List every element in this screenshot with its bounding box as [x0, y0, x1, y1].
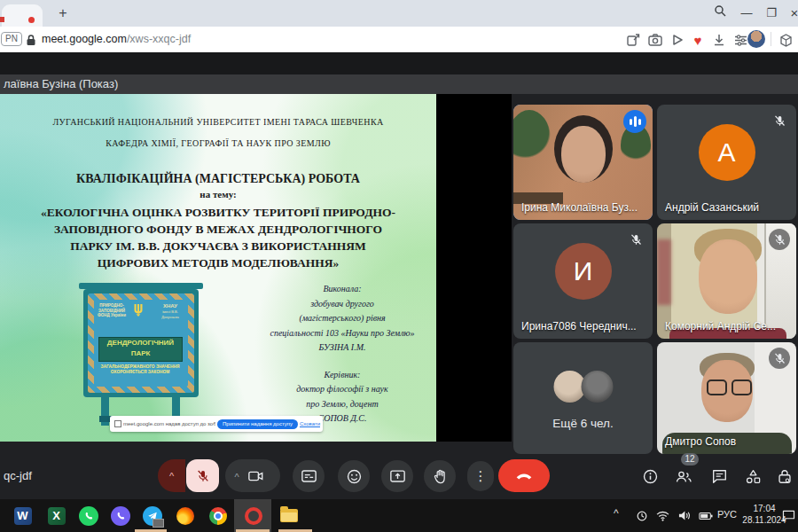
- participant-tile-video[interactable]: Дмитро Сопов: [657, 342, 796, 454]
- minimize-button[interactable]: —: [736, 4, 757, 23]
- camera-toggle-button[interactable]: [248, 470, 263, 482]
- taskbar-excel-icon[interactable]: X: [46, 505, 66, 526]
- credit-line: доктор філософії з наук: [252, 382, 433, 397]
- plant-decor: [513, 110, 551, 167]
- participant-tile-avatar[interactable]: И Ирина7086 Череднич...: [513, 223, 653, 339]
- reactions-button[interactable]: [338, 460, 370, 492]
- screen: + — ❐ × PN meet.google.com/xws-xxqc-jdf …: [0, 0, 798, 532]
- taskbar-opera-icon[interactable]: [243, 505, 263, 526]
- maximize-button[interactable]: ❐: [761, 4, 782, 23]
- screen-share-notice: meet.google.com надав доступ до зображен…: [110, 416, 323, 432]
- profile-avatar[interactable]: [747, 30, 765, 48]
- close-button[interactable]: ×: [784, 4, 798, 23]
- tab-search-icon[interactable]: [709, 4, 731, 23]
- mic-off-icon: [769, 348, 790, 369]
- slide-credits: Виконала: здобувач другого (магістерсько…: [252, 282, 433, 426]
- avatar-initial: А: [699, 124, 755, 181]
- captions-icon: [301, 470, 317, 482]
- notice-text: meet.google.com надав доступ до зображен…: [123, 421, 215, 426]
- glasses-decor: [707, 379, 752, 395]
- url-path: /xws-xxqc-jdf: [127, 33, 191, 45]
- slide-topic: «ЕКОЛОГІЧНА ОЦІНКА РОЗВИТКУ ТЕРИТОРІЇ ПР…: [0, 204, 436, 271]
- slide-work-type: КВАЛІФІКАЦІЙНА (МАГІСТЕРСЬКА) РОБОТА: [0, 172, 436, 186]
- end-call-button[interactable]: [498, 459, 550, 492]
- browser-tab[interactable]: [2, 4, 43, 27]
- participant-count-badge: 12: [681, 453, 699, 466]
- video-camera-icon: [248, 470, 263, 482]
- presenting-banner: лаївна Бузіна (Показ): [0, 74, 798, 94]
- park-sign: ПРИРОДНО-ЗАПОВІДНИЙ ФОНД України ХНАУіме…: [83, 289, 199, 397]
- vpn-badge[interactable]: PN: [1, 32, 22, 46]
- share-page-icon[interactable]: [624, 32, 642, 48]
- language-indicator[interactable]: РУС: [717, 509, 737, 520]
- hide-notice-link[interactable]: Сховати: [300, 421, 320, 426]
- mic-off-icon: [769, 110, 790, 131]
- participant-tile-video[interactable]: Коморний Андрій Се...: [657, 223, 796, 339]
- credit-line: (магістерського) рівня: [252, 311, 433, 326]
- mic-options-chevron[interactable]: ^: [158, 459, 185, 492]
- download-icon[interactable]: [710, 32, 728, 48]
- host-controls-button[interactable]: [773, 465, 796, 488]
- participant-tile-video[interactable]: Ірина Миколаївна Буз...: [513, 105, 653, 220]
- mic-off-icon: [196, 469, 210, 483]
- stop-sharing-button[interactable]: Припинити надання доступу: [217, 419, 298, 429]
- hand-icon: [434, 469, 447, 484]
- present-screen-button[interactable]: [381, 460, 413, 492]
- tray-sync-icon[interactable]: [631, 505, 652, 526]
- slide-photo-dendropark-sign: ПРИРОДНО-ЗАПОВІДНИЙ ФОНД України ХНАУіме…: [30, 276, 247, 430]
- raise-hand-button[interactable]: [424, 460, 456, 492]
- meet-top-strip: [0, 52, 798, 74]
- info-icon: [643, 469, 658, 484]
- overflow-count-label: Ещё 6 чел.: [513, 417, 653, 430]
- mic-mute-button[interactable]: [186, 459, 219, 492]
- credit-line: здобувач другого: [252, 297, 433, 312]
- person-face: [699, 239, 757, 314]
- presentation-stage[interactable]: ЛУГАНСЬКИЙ НАЦІОНАЛЬНИЙ УНІВЕРСИТЕТ ІМЕН…: [0, 94, 512, 442]
- taskbar-chrome-icon[interactable]: [207, 505, 228, 526]
- taskbar-whatsapp-icon[interactable]: [78, 505, 98, 526]
- taskbar-telegram-icon[interactable]: [142, 505, 162, 526]
- camera-control: ^: [225, 459, 280, 492]
- tray-chevron-icon[interactable]: ^: [614, 507, 619, 520]
- media-play-icon[interactable]: [669, 32, 686, 48]
- url-bar[interactable]: meet.google.com/xws-xxqc-jdf: [42, 33, 191, 45]
- show-everyone-button[interactable]: [672, 465, 695, 488]
- participant-name: Ірина Миколаївна Буз...: [521, 201, 638, 214]
- participant-name: Ирина7086 Череднич...: [521, 320, 637, 332]
- tab-edge-accent: [0, 17, 4, 22]
- camera-options-chevron[interactable]: ^: [225, 468, 248, 484]
- sign-roof: [79, 283, 203, 289]
- extension-cube-icon[interactable]: [777, 32, 794, 48]
- new-tab-button[interactable]: +: [53, 4, 73, 23]
- speaking-indicator-icon: [623, 110, 646, 133]
- tune-sliders-icon[interactable]: [732, 32, 749, 48]
- taskbar-word-icon[interactable]: W: [12, 505, 33, 526]
- snapshot-camera-icon[interactable]: [646, 32, 664, 48]
- wifi-icon[interactable]: [653, 505, 673, 526]
- participant-tile-avatar[interactable]: А Андрій Сазанський: [657, 105, 796, 220]
- meeting-details-button[interactable]: [638, 465, 661, 488]
- participant-tile-overflow[interactable]: Ещё 6 чел.: [513, 342, 653, 454]
- volume-icon[interactable]: [674, 505, 694, 526]
- browser-tab-strip: + — ❐ ×: [0, 0, 798, 27]
- chat-button[interactable]: [708, 465, 731, 488]
- taskbar-firefox-icon[interactable]: [175, 505, 195, 526]
- emoji-icon: [347, 469, 362, 484]
- slide-on-topic: на тему:: [0, 189, 436, 200]
- taskbar-explorer-icon[interactable]: [278, 505, 299, 526]
- captions-button[interactable]: [293, 460, 325, 492]
- more-options-button[interactable]: ⋮: [467, 461, 494, 491]
- activities-button[interactable]: [741, 465, 764, 488]
- background-decor: [657, 239, 671, 305]
- taskbar-viber-icon[interactable]: [110, 505, 130, 526]
- notice-icon: [114, 420, 121, 427]
- credit-line: про Землю, доцент: [252, 397, 433, 412]
- participant-name: Коморний Андрій Се...: [665, 320, 776, 332]
- favorites-heart-icon[interactable]: ♥: [689, 32, 707, 48]
- sign-left-text: ПРИРОДНО-ЗАПОВІДНИЙ ФОНД України: [97, 303, 127, 318]
- action-center-icon[interactable]: [778, 505, 798, 526]
- person-face: [561, 126, 606, 183]
- presentation-slide: ЛУГАНСЬКИЙ НАЦІОНАЛЬНИЙ УНІВЕРСИТЕТ ІМЕН…: [0, 94, 436, 442]
- mic-control: ^: [158, 459, 219, 492]
- battery-icon[interactable]: [695, 505, 716, 526]
